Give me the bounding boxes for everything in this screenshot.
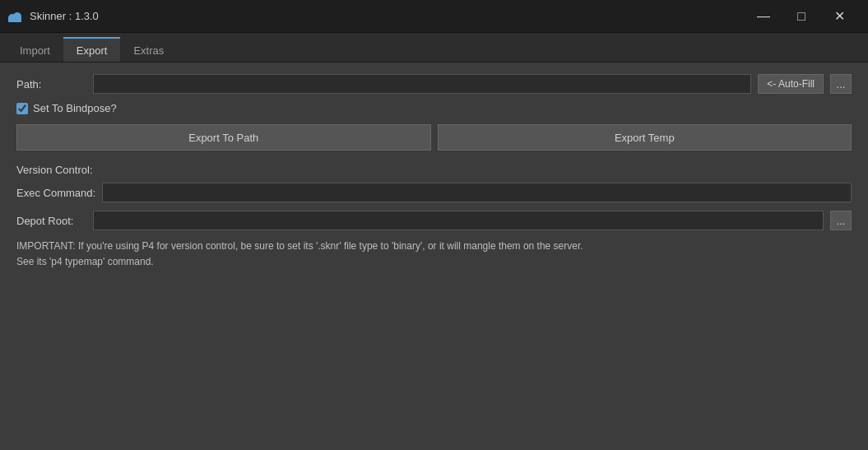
path-browse-button[interactable]: ... (830, 74, 852, 94)
main-content: Path: <- Auto-Fill ... Set To Bindpose? … (0, 63, 868, 450)
minimize-button[interactable]: — (745, 3, 782, 30)
depot-root-browse-button[interactable]: ... (830, 211, 852, 230)
important-line2: See its 'p4 typemap' command. (16, 254, 852, 270)
autofill-button[interactable]: <- Auto-Fill (758, 74, 824, 94)
exec-command-row: Exec Command: (16, 183, 852, 202)
exec-command-label: Exec Command: (16, 187, 95, 199)
bindpose-row: Set To Bindpose? (16, 102, 852, 114)
skinner-icon (7, 8, 23, 25)
depot-root-label: Depot Root: (16, 215, 86, 227)
export-to-path-button[interactable]: Export To Path (16, 124, 431, 151)
bindpose-label: Set To Bindpose? (33, 102, 117, 114)
important-line1: IMPORTANT: If you're using P4 for versio… (16, 239, 852, 254)
tab-extras[interactable]: Extras (120, 37, 177, 62)
maximize-button[interactable]: □ (782, 3, 820, 30)
tab-export[interactable]: Export (63, 37, 121, 62)
title-bar: Skinner : 1.3.0 — □ ✕ (0, 0, 868, 33)
app-title: Skinner : 1.3.0 (30, 10, 99, 22)
title-bar-controls: — □ ✕ (745, 3, 858, 30)
tab-bar: Import Export Extras (0, 33, 868, 63)
exec-command-input[interactable] (102, 183, 852, 202)
svg-rect-2 (8, 16, 21, 22)
close-button[interactable]: ✕ (820, 3, 858, 30)
path-label: Path: (16, 78, 86, 90)
version-control-label: Version Control: (16, 164, 852, 176)
important-text: IMPORTANT: If you're using P4 for versio… (16, 239, 852, 270)
action-buttons: Export To Path Export Temp (16, 124, 852, 151)
path-input[interactable] (93, 74, 751, 94)
export-temp-button[interactable]: Export Temp (438, 124, 852, 151)
depot-root-input[interactable] (93, 211, 824, 230)
depot-root-row: Depot Root: ... (16, 211, 852, 230)
tab-import[interactable]: Import (7, 37, 63, 62)
path-row: Path: <- Auto-Fill ... (16, 74, 852, 94)
bindpose-checkbox[interactable] (16, 103, 28, 114)
title-bar-left: Skinner : 1.3.0 (7, 8, 99, 25)
